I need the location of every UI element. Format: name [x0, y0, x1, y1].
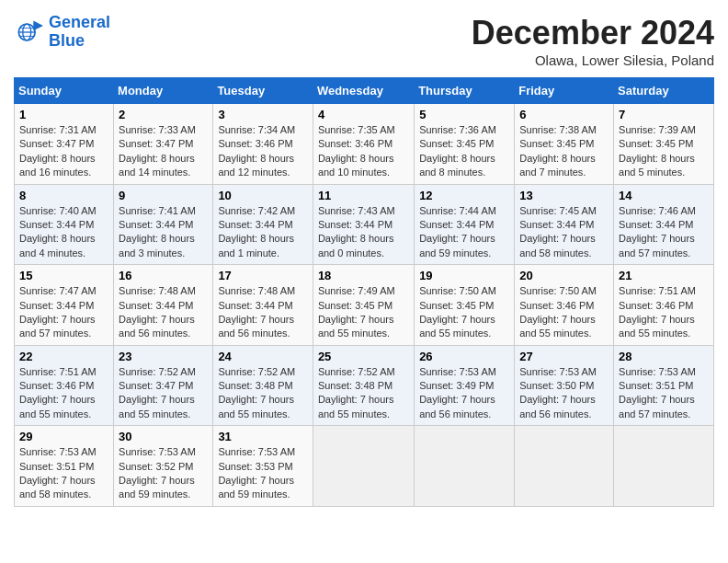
title-block: December 2024 Olawa, Lower Silesia, Pola… [472, 14, 714, 68]
logo: General Blue [14, 14, 110, 51]
day-info-line: Sunrise: 7:31 AM [19, 124, 97, 135]
day-info-line: Sunset: 3:44 PM [419, 219, 494, 230]
day-number: 27 [519, 350, 609, 363]
day-info-line: Daylight: 8 hours and 0 minutes. [318, 233, 394, 258]
day-info-line: Sunrise: 7:52 AM [218, 366, 295, 377]
day-info-line: Sunset: 3:44 PM [19, 219, 94, 230]
day-info-line: Daylight: 7 hours and 59 minutes. [119, 475, 195, 500]
day-info-line: Sunset: 3:46 PM [619, 300, 693, 311]
day-info-line: Sunrise: 7:51 AM [19, 366, 97, 377]
page-header: General Blue December 2024 Olawa, Lower … [14, 14, 714, 68]
day-number: 3 [218, 108, 308, 121]
day-number: 25 [318, 350, 409, 363]
calendar-cell: 11Sunrise: 7:43 AMSunset: 3:44 PMDayligh… [313, 184, 414, 265]
day-info-line: Sunset: 3:45 PM [318, 300, 392, 311]
day-number: 4 [318, 108, 409, 121]
day-number: 31 [218, 430, 308, 443]
calendar-week-5: 29Sunrise: 7:53 AMSunset: 3:51 PMDayligh… [15, 426, 714, 507]
day-info: Sunrise: 7:47 AMSunset: 3:44 PMDaylight:… [19, 284, 108, 341]
day-number: 18 [318, 269, 409, 282]
day-info: Sunrise: 7:53 AMSunset: 3:53 PMDaylight:… [218, 445, 308, 502]
day-info-line: Daylight: 7 hours and 55 minutes. [318, 394, 394, 419]
day-info-line: Daylight: 7 hours and 55 minutes. [619, 314, 695, 339]
day-info-line: Sunset: 3:44 PM [619, 219, 693, 230]
day-info: Sunrise: 7:31 AMSunset: 3:47 PMDaylight:… [19, 123, 108, 180]
day-info-line: Sunset: 3:46 PM [318, 138, 392, 149]
calendar-cell: 12Sunrise: 7:44 AMSunset: 3:44 PMDayligh… [415, 184, 515, 265]
day-info-line: Sunset: 3:44 PM [318, 219, 392, 230]
day-info-line: Sunrise: 7:45 AM [519, 205, 597, 216]
calendar-cell: 28Sunrise: 7:53 AMSunset: 3:51 PMDayligh… [614, 345, 714, 426]
day-info: Sunrise: 7:53 AMSunset: 3:51 PMDaylight:… [19, 445, 108, 502]
day-info-line: Sunset: 3:44 PM [119, 219, 193, 230]
day-info-line: Daylight: 7 hours and 56 minutes. [119, 314, 195, 339]
day-info: Sunrise: 7:53 AMSunset: 3:50 PMDaylight:… [519, 365, 609, 422]
day-info-line: Sunset: 3:44 PM [218, 219, 292, 230]
calendar-table: SundayMondayTuesdayWednesdayThursdayFrid… [14, 77, 714, 507]
month-title: December 2024 [472, 14, 714, 52]
day-info: Sunrise: 7:40 AMSunset: 3:44 PMDaylight:… [19, 204, 108, 261]
day-info-line: Sunset: 3:46 PM [519, 300, 594, 311]
calendar-cell: 2Sunrise: 7:33 AMSunset: 3:47 PMDaylight… [114, 104, 213, 185]
day-info-line: Daylight: 7 hours and 57 minutes. [619, 233, 695, 258]
calendar-cell: 26Sunrise: 7:53 AMSunset: 3:49 PMDayligh… [415, 345, 515, 426]
day-number: 23 [119, 350, 208, 363]
day-number: 26 [419, 350, 509, 363]
day-info-line: Sunrise: 7:41 AM [119, 205, 196, 216]
day-info-line: Sunset: 3:48 PM [318, 380, 392, 391]
calendar-cell: 19Sunrise: 7:50 AMSunset: 3:45 PMDayligh… [415, 265, 515, 346]
day-number: 24 [218, 350, 308, 363]
day-info: Sunrise: 7:48 AMSunset: 3:44 PMDaylight:… [218, 284, 308, 341]
day-info-line: Sunrise: 7:35 AM [318, 124, 395, 135]
day-info-line: Sunrise: 7:44 AM [419, 205, 496, 216]
weekday-header-saturday: Saturday [614, 78, 714, 104]
calendar-cell: 15Sunrise: 7:47 AMSunset: 3:44 PMDayligh… [15, 265, 114, 346]
day-info-line: Sunset: 3:49 PM [419, 380, 494, 391]
day-info-line: Sunrise: 7:53 AM [218, 446, 295, 457]
day-info: Sunrise: 7:36 AMSunset: 3:45 PMDaylight:… [419, 123, 509, 180]
day-info-line: Sunrise: 7:53 AM [119, 446, 196, 457]
day-info-line: Sunrise: 7:53 AM [419, 366, 496, 377]
day-info: Sunrise: 7:50 AMSunset: 3:45 PMDaylight:… [419, 284, 509, 341]
day-info-line: Daylight: 7 hours and 55 minutes. [19, 394, 96, 419]
day-number: 12 [419, 189, 509, 202]
calendar-cell: 21Sunrise: 7:51 AMSunset: 3:46 PMDayligh… [614, 265, 714, 346]
day-info-line: Daylight: 7 hours and 58 minutes. [19, 475, 96, 500]
calendar-week-4: 22Sunrise: 7:51 AMSunset: 3:46 PMDayligh… [15, 345, 714, 426]
day-info: Sunrise: 7:38 AMSunset: 3:45 PMDaylight:… [519, 123, 609, 180]
day-info-line: Sunrise: 7:52 AM [119, 366, 196, 377]
day-info-line: Daylight: 8 hours and 14 minutes. [119, 153, 195, 178]
day-info-line: Daylight: 8 hours and 10 minutes. [318, 153, 394, 178]
day-info-line: Sunrise: 7:50 AM [519, 285, 597, 296]
day-info-line: Daylight: 7 hours and 55 minutes. [218, 394, 294, 419]
calendar-body: 1Sunrise: 7:31 AMSunset: 3:47 PMDaylight… [15, 104, 714, 507]
day-number: 14 [619, 189, 709, 202]
calendar-cell: 23Sunrise: 7:52 AMSunset: 3:47 PMDayligh… [114, 345, 213, 426]
calendar-cell: 7Sunrise: 7:39 AMSunset: 3:45 PMDaylight… [614, 104, 714, 185]
calendar-cell: 27Sunrise: 7:53 AMSunset: 3:50 PMDayligh… [515, 345, 614, 426]
day-number: 7 [619, 108, 709, 121]
day-number: 29 [19, 430, 108, 443]
day-info-line: Sunrise: 7:50 AM [419, 285, 496, 296]
day-info-line: Sunrise: 7:38 AM [519, 124, 597, 135]
day-info-line: Sunrise: 7:53 AM [19, 446, 97, 457]
calendar-cell: 24Sunrise: 7:52 AMSunset: 3:48 PMDayligh… [213, 345, 313, 426]
day-number: 17 [218, 269, 308, 282]
day-info-line: Sunset: 3:45 PM [619, 138, 693, 149]
day-info-line: Daylight: 7 hours and 55 minutes. [318, 314, 394, 339]
day-info-line: Sunset: 3:44 PM [119, 300, 193, 311]
calendar-week-1: 1Sunrise: 7:31 AMSunset: 3:47 PMDaylight… [15, 104, 714, 185]
day-number: 5 [419, 108, 509, 121]
day-info: Sunrise: 7:49 AMSunset: 3:45 PMDaylight:… [318, 284, 409, 341]
calendar-cell: 29Sunrise: 7:53 AMSunset: 3:51 PMDayligh… [15, 426, 114, 507]
day-info-line: Daylight: 7 hours and 59 minutes. [419, 233, 495, 258]
weekday-header-wednesday: Wednesday [313, 78, 414, 104]
day-info-line: Sunset: 3:47 PM [119, 138, 193, 149]
day-info: Sunrise: 7:34 AMSunset: 3:46 PMDaylight:… [218, 123, 308, 180]
day-info-line: Daylight: 8 hours and 4 minutes. [19, 233, 96, 258]
day-number: 28 [619, 350, 709, 363]
calendar-cell: 20Sunrise: 7:50 AMSunset: 3:46 PMDayligh… [515, 265, 614, 346]
day-info-line: Sunset: 3:46 PM [218, 138, 292, 149]
calendar-cell: 9Sunrise: 7:41 AMSunset: 3:44 PMDaylight… [114, 184, 213, 265]
day-info-line: Daylight: 7 hours and 56 minutes. [519, 394, 596, 419]
